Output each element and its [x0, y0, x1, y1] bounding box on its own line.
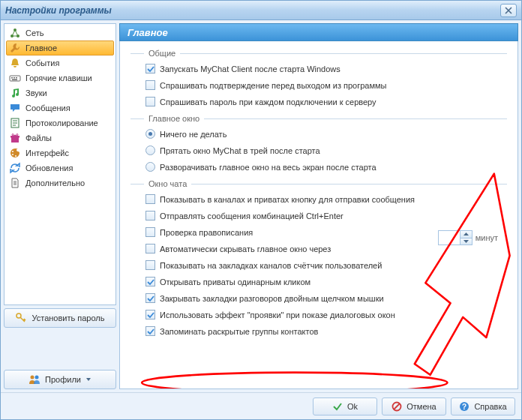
- sidebar-item-label: Дополнительно: [26, 178, 85, 188]
- autohide-value[interactable]: [439, 231, 460, 244]
- titlebar: Настройки программы: [1, 1, 521, 20]
- sidebar-item-updates[interactable]: Обновления: [6, 160, 114, 176]
- option-label: Ничего не делать: [160, 130, 226, 139]
- checkbox[interactable]: [146, 277, 155, 286]
- network-icon: [9, 27, 21, 39]
- checkbox[interactable]: [146, 227, 155, 237]
- sidebar-item-files[interactable]: Файлы: [6, 130, 114, 146]
- option-label: Запускать MyChat Client после старта Win…: [160, 64, 340, 74]
- sidebar-item-label: Интерфейс: [26, 148, 69, 158]
- sidebar-item-label: Файлы: [26, 134, 52, 142]
- spin-down-button[interactable]: [460, 238, 472, 245]
- option-dbl_close[interactable]: Закрывать закладки разговоров двойным ще…: [146, 292, 507, 304]
- group-title: Общие: [144, 49, 180, 58]
- sidebar-item-label: Горячие клавиши: [26, 74, 92, 82]
- option-fade_effect[interactable]: Использовать эффект "проявки" при показе…: [146, 308, 507, 321]
- wrench-icon: [9, 42, 21, 54]
- radio[interactable]: [146, 146, 155, 155]
- option-label: Запоминать раскрытые группы контактов: [160, 327, 318, 336]
- option-ask_password[interactable]: Спрашивать пароль при каждом подключении…: [146, 95, 507, 108]
- checkbox[interactable]: [146, 244, 155, 254]
- window-title: Настройки программы: [5, 5, 500, 16]
- sidebar-item-hotkeys[interactable]: Горячие клавиши: [6, 70, 114, 86]
- option-label: Разворачивать главное окно на весь экран…: [160, 163, 376, 172]
- option-user_count[interactable]: Показывать на закладках каналов счётчик …: [146, 259, 507, 272]
- checkbox[interactable]: [146, 64, 155, 74]
- help-button[interactable]: ? Справка: [451, 398, 515, 416]
- sidebar-item-events[interactable]: События: [6, 56, 114, 70]
- dropdown-icon: [86, 376, 92, 382]
- checkbox[interactable]: [146, 211, 155, 220]
- footer: Ok Отмена ? Справка: [1, 392, 521, 419]
- svg-point-12: [12, 154, 14, 155]
- autohide-spinner[interactable]: [438, 230, 472, 245]
- people-icon: [28, 374, 40, 386]
- cancel-button[interactable]: Отмена: [382, 398, 446, 416]
- sidebar-item-label: Протоколирование: [26, 118, 98, 128]
- profiles-button[interactable]: Профили: [4, 370, 116, 389]
- option-ctrl_enter[interactable]: Отправлять сообщения комбинацией Ctrl+En…: [146, 209, 507, 222]
- checkbox[interactable]: [146, 310, 155, 320]
- main-panel: Главное Общие Запускать MyChat Client по…: [119, 23, 518, 389]
- checkbox[interactable]: [146, 194, 155, 204]
- set-password-button[interactable]: Установить пароль: [4, 308, 116, 328]
- sidebar-item-label: Сообщения: [26, 104, 70, 112]
- svg-rect-9: [11, 137, 19, 142]
- option-do_nothing[interactable]: Ничего не делать: [146, 128, 507, 140]
- option-maximize[interactable]: Разворачивать главное окно на весь экран…: [146, 160, 507, 173]
- chat-icon: [9, 102, 21, 114]
- help-icon: ?: [459, 401, 470, 412]
- nav-list: СетьГлавноеСобытияГорячие клавишиЗвукиСо…: [4, 23, 116, 305]
- checkbox[interactable]: [146, 260, 155, 270]
- svg-point-11: [12, 151, 14, 152]
- option-confirm_exit[interactable]: Спрашивать подтверждение перед выходом и…: [146, 79, 507, 92]
- option-label: Отправлять сообщения комбинацией Ctrl+En…: [160, 212, 344, 220]
- sidebar-item-interface[interactable]: Интерфейс: [6, 146, 114, 160]
- option-hide_tray[interactable]: Прятать окно MyChat в трей после старта: [146, 144, 507, 157]
- radio[interactable]: [146, 129, 155, 139]
- sidebar-item-sounds[interactable]: Звуки: [6, 86, 114, 100]
- autohide-unit: минут: [476, 233, 498, 242]
- svg-point-17: [142, 373, 447, 389]
- svg-rect-7: [12, 80, 17, 81]
- sidebar-item-label: Главное: [26, 44, 57, 52]
- group-general: Общие Запускать MyChat Client после стар…: [130, 49, 507, 108]
- group-chat-window: Окно чата Показывать в каналах и привата…: [130, 179, 507, 338]
- option-label: Спрашивать пароль при каждом подключении…: [160, 98, 376, 106]
- set-password-label: Установить пароль: [32, 314, 104, 322]
- radio[interactable]: [146, 162, 155, 172]
- option-single_click[interactable]: Открывать приваты одинарным кликом: [146, 275, 507, 288]
- sidebar-item-label: Сеть: [26, 28, 44, 38]
- close-button[interactable]: [500, 4, 517, 17]
- ok-button[interactable]: Ok: [313, 398, 377, 416]
- profiles-label: Профили: [45, 375, 81, 384]
- option-label: Спрашивать подтверждение перед выходом и…: [160, 81, 386, 90]
- svg-text:?: ?: [462, 403, 466, 411]
- checkbox[interactable]: [146, 326, 155, 336]
- checkbox[interactable]: [146, 97, 155, 106]
- sidebar-item-label: Обновления: [26, 164, 73, 172]
- autohide-spinner-row: минут: [438, 230, 498, 245]
- gift-icon: [9, 132, 21, 144]
- option-autostart[interactable]: Запускать MyChat Client после старта Win…: [146, 62, 507, 75]
- section-title: Главное: [128, 27, 168, 38]
- svg-point-16: [35, 376, 39, 380]
- sidebar-item-main[interactable]: Главное: [6, 40, 114, 56]
- sidebar-item-label: Звуки: [26, 88, 47, 98]
- option-show_send_btn[interactable]: Показывать в каналах и приватах кнопку д…: [146, 193, 507, 206]
- group-header: Окно чата: [130, 179, 507, 188]
- sidebar-item-logging[interactable]: Протоколирование: [6, 116, 114, 130]
- sidebar-item-advanced[interactable]: Дополнительно: [6, 176, 114, 190]
- sidebar-item-network[interactable]: Сеть: [6, 26, 114, 40]
- checkbox[interactable]: [146, 293, 155, 303]
- spin-up-button[interactable]: [460, 231, 472, 238]
- page-icon: [9, 177, 21, 189]
- sidebar-item-messages[interactable]: Сообщения: [6, 100, 114, 116]
- svg-point-15: [31, 376, 34, 380]
- music-icon: [9, 87, 21, 99]
- option-remember_groups[interactable]: Запоминать раскрытые группы контактов: [146, 325, 507, 338]
- checkbox[interactable]: [146, 80, 155, 90]
- body: СетьГлавноеСобытияГорячие клавишиЗвукиСо…: [1, 20, 521, 392]
- option-label: Показывать на закладках каналов счётчик …: [160, 261, 382, 270]
- content: Общие Запускать MyChat Client после стар…: [119, 41, 518, 389]
